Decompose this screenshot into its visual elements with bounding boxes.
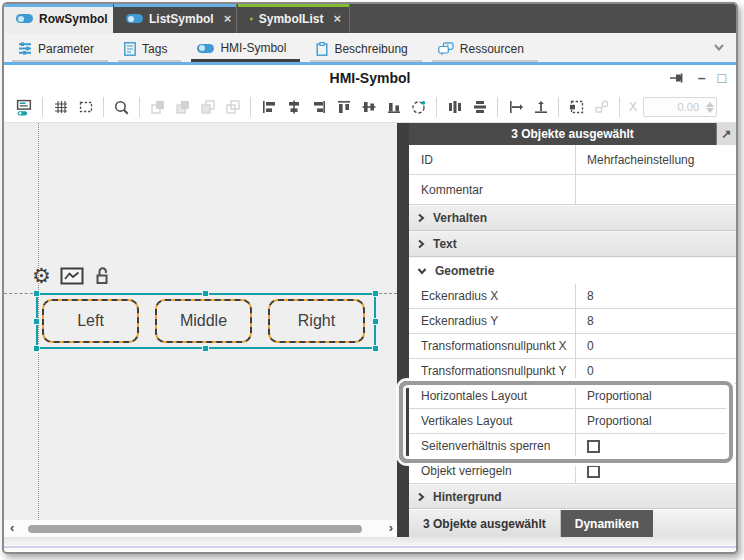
design-canvas[interactable]: ⚙ Left xyxy=(4,123,397,537)
chevron-down-icon[interactable] xyxy=(712,41,726,53)
distribute-vertical-icon[interactable] xyxy=(467,95,492,120)
nav-parameter[interactable]: Parameter xyxy=(12,37,108,62)
x-coordinate-input[interactable]: 0.00 xyxy=(643,97,717,117)
unlock-icon[interactable] xyxy=(93,266,113,286)
match-height-icon[interactable] xyxy=(528,95,553,120)
property-row-eckenradius-y: Eckenradius Y 8 xyxy=(409,309,736,334)
chevron-right-icon xyxy=(417,213,425,223)
bottom-tab-label: 3 Objekte ausgewählt xyxy=(423,517,546,531)
scroll-right-icon[interactable]: › xyxy=(389,520,393,535)
properties-toggle-icon[interactable] xyxy=(12,95,37,120)
align-center-horizontal-icon[interactable] xyxy=(356,95,381,120)
scrollbar-thumb[interactable] xyxy=(28,525,362,533)
property-value[interactable]: Proportional xyxy=(575,389,736,403)
screenshot-stage: RowSymbol × ListSymbol × SymbolList × xyxy=(0,0,744,560)
align-top-icon[interactable] xyxy=(331,95,356,120)
section-hintergrund[interactable]: Hintergrund xyxy=(409,484,736,509)
align-right-icon[interactable] xyxy=(306,95,331,120)
tab-accent-strip xyxy=(238,4,349,7)
nav-hmi-symbol[interactable]: HMI-Symbol xyxy=(191,37,300,62)
tab-symbollist[interactable]: SymbolList × xyxy=(238,4,350,33)
selection-handle[interactable] xyxy=(33,345,40,352)
maximize-icon[interactable]: □ xyxy=(718,69,726,87)
section-geometrie[interactable]: Geometrie xyxy=(409,257,736,284)
selection-handle[interactable] xyxy=(202,345,209,352)
property-row-transformationsnullpunkt-y: Transformationsnullpunkt Y 0 xyxy=(409,359,736,384)
grid-icon[interactable] xyxy=(48,95,73,120)
property-row-kommentar: Kommentar xyxy=(409,175,736,205)
tab-listsymbol[interactable]: ListSymbol × xyxy=(114,4,237,33)
button-label: Left xyxy=(77,312,104,330)
send-to-back-icon[interactable] xyxy=(220,95,245,120)
symbol-button-right[interactable]: Right xyxy=(268,299,365,343)
zoom-icon[interactable] xyxy=(109,95,134,120)
section-text[interactable]: Text xyxy=(409,231,736,257)
align-bottom-icon[interactable] xyxy=(381,95,406,120)
property-value[interactable]: 0 xyxy=(575,339,736,353)
nav-tags[interactable]: Tags xyxy=(118,37,181,62)
bring-to-front-icon[interactable] xyxy=(145,95,170,120)
canvas-size-icon[interactable] xyxy=(73,95,98,120)
editor-titlebar: HMI-Symbol – □ xyxy=(4,65,736,92)
symbol-button-middle[interactable]: Middle xyxy=(155,299,252,343)
nav-label: Parameter xyxy=(38,42,94,56)
group-icon[interactable] xyxy=(589,95,614,120)
rotate-icon[interactable] xyxy=(406,95,431,120)
match-width-icon[interactable] xyxy=(503,95,528,120)
dynamics-signal-icon[interactable] xyxy=(60,267,84,285)
bottom-tab-dynamiken[interactable]: Dynamiken xyxy=(561,510,653,537)
chevron-right-icon xyxy=(417,239,425,249)
selection-handle[interactable] xyxy=(372,290,379,297)
checkbox[interactable] xyxy=(587,440,600,453)
symbol-button-left[interactable]: Left xyxy=(42,299,139,343)
panel-edge-strip xyxy=(397,123,409,537)
align-center-vertical-icon[interactable] xyxy=(281,95,306,120)
chevron-right-icon xyxy=(417,492,425,502)
selection-handle[interactable] xyxy=(33,290,40,297)
scroll-left-icon[interactable]: ‹ xyxy=(10,520,14,535)
selection-handle[interactable] xyxy=(202,290,209,297)
bottom-tab-objekte[interactable]: 3 Objekte ausgewählt xyxy=(409,510,561,537)
property-label: Vertikales Layout xyxy=(409,414,575,428)
popout-icon[interactable]: ↗ xyxy=(716,123,736,145)
section-verhalten[interactable]: Verhalten xyxy=(409,205,736,231)
close-icon[interactable]: × xyxy=(224,11,232,26)
gear-icon[interactable]: ⚙ xyxy=(32,265,51,287)
pin-icon[interactable] xyxy=(669,70,686,86)
nav-ressourcen[interactable]: * Ressourcen xyxy=(432,37,538,62)
minimize-icon[interactable]: – xyxy=(698,69,706,87)
tab-label: SymbolList xyxy=(259,12,324,26)
property-value[interactable]: 8 xyxy=(575,289,736,303)
property-value[interactable]: 8 xyxy=(575,314,736,328)
align-left-icon[interactable] xyxy=(256,95,281,120)
toggle-switch-icon xyxy=(197,44,214,53)
spinner-arrows-icon[interactable] xyxy=(703,98,716,116)
tab-accent-strip xyxy=(114,4,236,7)
nav-label: Ressourcen xyxy=(460,42,524,56)
selection-handle[interactable] xyxy=(372,318,379,325)
property-label: Kommentar xyxy=(409,183,575,197)
toggle-switch-icon xyxy=(16,14,33,23)
object-state-icons: ⚙ xyxy=(32,265,113,287)
section-nav-row: Parameter Tags HMI-Symbol Beschreibung xyxy=(4,33,736,62)
nav-beschreibung[interactable]: Beschreibung xyxy=(310,37,421,62)
property-value[interactable]: Proportional xyxy=(575,414,736,428)
tags-icon xyxy=(124,42,136,56)
horizontal-scrollbar[interactable]: ‹ › xyxy=(4,520,397,537)
property-value[interactable]: Mehrfacheinstellung xyxy=(575,153,736,167)
tab-rowsymbol[interactable]: RowSymbol × xyxy=(4,4,113,33)
properties-panel: 3 Objekte ausgewählt ↗ ID Mehrfacheinste… xyxy=(397,123,736,537)
selection-handle[interactable] xyxy=(372,345,379,352)
close-icon[interactable]: × xyxy=(333,11,341,26)
bring-forward-icon[interactable] xyxy=(170,95,195,120)
window-bottom-strip xyxy=(4,537,736,551)
selection-handle[interactable] xyxy=(33,318,40,325)
button-label: Right xyxy=(298,312,335,330)
marquee-select-icon[interactable] xyxy=(564,95,589,120)
checkbox[interactable] xyxy=(587,465,600,478)
property-value[interactable]: 0 xyxy=(575,364,736,378)
send-backward-icon[interactable] xyxy=(195,95,220,120)
resources-icon: * xyxy=(438,42,454,56)
x-coordinate-label: X xyxy=(629,100,637,114)
distribute-horizontal-icon[interactable] xyxy=(442,95,467,120)
